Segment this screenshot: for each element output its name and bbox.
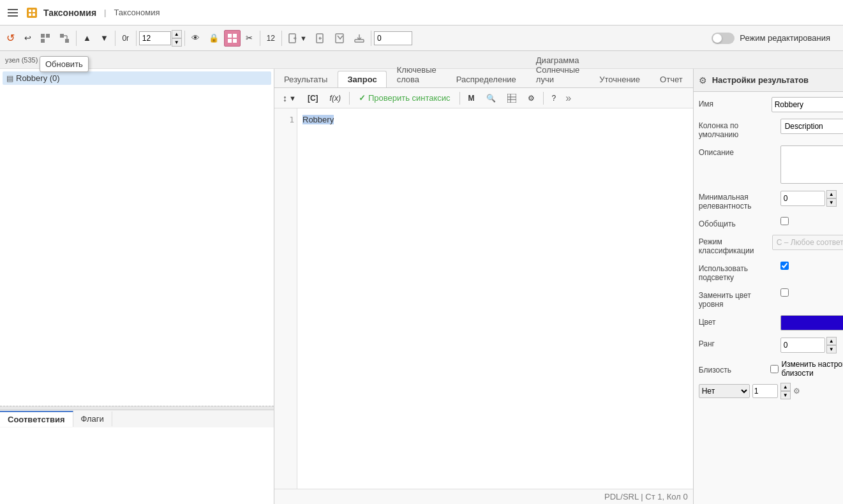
form-row-classification: Режим классификации С – Любое соответств… (699, 235, 843, 255)
status-bar: PDL/SRL | Ст 1, Кол 0 (274, 489, 693, 504)
tab-flags[interactable]: Флаги (73, 411, 112, 426)
default-column-select[interactable]: Description (780, 119, 843, 134)
classification-label: Режим классификации (699, 235, 767, 255)
min-relevance-input[interactable] (780, 191, 825, 206)
sep2 (115, 31, 116, 46)
query-toolbar: ↕ ▼ [C] f(x) ✓ Проверить синтаксис M 🔍 ⚙… (274, 88, 693, 108)
grid-button[interactable] (224, 30, 241, 47)
name-label: Имя (699, 97, 766, 108)
rank-input[interactable] (780, 337, 825, 353)
zero-button[interactable]: 0r (118, 30, 133, 47)
export1-button[interactable]: ▼ (285, 30, 311, 47)
closeness-settings-icon[interactable]: ⚙ (793, 387, 800, 396)
tab-report[interactable]: Отчет (650, 71, 692, 87)
scissors-button[interactable]: ✂ (242, 30, 257, 47)
copy-node-button[interactable] (56, 30, 73, 47)
rank-label: Ранг (699, 337, 775, 348)
eye-button[interactable]: 👁 (188, 30, 204, 47)
sep4 (184, 31, 185, 46)
rank-spin-up[interactable]: ▲ (826, 337, 837, 345)
tab-keywords[interactable]: Ключевые слова (387, 61, 446, 87)
check-syntax-btn[interactable]: ✓ Проверить синтаксис (354, 92, 456, 104)
replace-color-checkbox-wrap (780, 288, 789, 297)
tab-correspondences[interactable]: Соответствия (0, 411, 73, 427)
toggle-knob (713, 34, 722, 43)
hamburger-menu[interactable] (5, 4, 20, 21)
form-row-replace-color: Заменить цвет уровня (699, 288, 843, 309)
down-button[interactable]: ▼ (96, 30, 112, 47)
tab-query[interactable]: Запрос (338, 71, 386, 87)
download-button[interactable] (350, 30, 368, 47)
form-row-default-column: Колонка по умолчанию Description ⚙ (699, 119, 843, 139)
question-btn[interactable]: ? (548, 92, 561, 105)
right-panel: ⚙ Настройки результатов » ✕ Имя Колонка … (694, 69, 843, 504)
import-button[interactable] (312, 30, 330, 47)
code-editor[interactable]: Robbery (297, 108, 693, 489)
svg-rect-27 (507, 94, 516, 103)
sep5 (260, 31, 260, 46)
highlight-checkbox[interactable] (780, 262, 789, 270)
form-row-rank: Ранг ▲ ▼ (699, 337, 843, 353)
name-input[interactable] (772, 97, 843, 112)
spin-down[interactable]: ▼ (826, 198, 837, 207)
color-swatch[interactable] (780, 315, 843, 330)
default-column-select-wrap: Description ⚙ (780, 119, 843, 134)
tab-refinement[interactable]: Уточнение (590, 71, 650, 87)
number-input[interactable] (139, 31, 171, 45)
up-button[interactable]: ▲ (79, 30, 95, 47)
spin-up[interactable]: ▲ (826, 190, 837, 198)
add-query-btn[interactable]: ↕ ▼ (278, 91, 301, 105)
tab-bar: Результаты Запрос Ключевые слова Распред… (274, 69, 693, 88)
description-textarea[interactable] (780, 145, 843, 184)
bottom-content (0, 427, 274, 504)
closeness-select[interactable]: Нет (699, 384, 750, 398)
replace-color-checkbox[interactable] (780, 288, 789, 297)
generalize-label: Обобщить (699, 217, 775, 228)
status-text: PDL/SRL | Ст 1, Кол 0 (604, 492, 688, 501)
left-panel: ▤ Robbery (0) Соответствия Флаги (0, 69, 274, 504)
table-btn[interactable] (503, 92, 521, 105)
svg-rect-2 (33, 10, 35, 12)
settings-btn2[interactable]: ⚙ (523, 92, 539, 105)
num-up[interactable]: ▲ (172, 30, 182, 38)
undo-button[interactable]: ↩ (20, 30, 35, 47)
bracket-btn[interactable]: [C] (303, 92, 323, 105)
tree-item-robbery[interactable]: ▤ Robbery (0) (3, 71, 271, 85)
search-btn[interactable]: 🔍 (482, 92, 500, 105)
tree-area: ▤ Robbery (0) (0, 69, 274, 406)
bottom-tabs: Соответствия Флаги (0, 410, 274, 427)
closeness-checkbox[interactable] (770, 365, 779, 373)
closeness-spin-down[interactable]: ▼ (780, 391, 791, 399)
form-row-description: Описание (699, 145, 843, 184)
export2-button[interactable] (331, 30, 349, 47)
spin-arrows: ▲ ▼ (826, 190, 837, 207)
rank-spin-down[interactable]: ▼ (826, 345, 837, 353)
tab-results[interactable]: Результаты (274, 71, 337, 87)
lock-button[interactable]: 🔒 (205, 30, 223, 47)
tab-distribution[interactable]: Распределение (447, 71, 526, 87)
min-relevance-spinner: ▲ ▼ (780, 190, 837, 207)
tooltip-refresh: Обновить (40, 56, 89, 72)
tree-node-icon: ▤ (6, 74, 13, 83)
edit-mode-toggle[interactable] (712, 33, 735, 44)
form-row-closeness: Близость Изменить настройки близости Нет… (699, 360, 843, 399)
counter-button[interactable]: 12 (263, 30, 279, 47)
replace-color-label: Заменить цвет уровня (699, 288, 775, 309)
m-btn[interactable]: M (464, 92, 479, 105)
generalize-checkbox[interactable] (780, 217, 789, 225)
highlight-checkbox-wrap (780, 262, 789, 270)
more-expand-icon[interactable]: » (563, 93, 574, 104)
count-input[interactable] (374, 31, 412, 45)
settings-form: Имя Колонка по умолчанию Description ⚙ О… (694, 92, 843, 504)
app-title: Таксономия (43, 8, 96, 18)
tab-sunburst[interactable]: Диаграмма Солнечные лучи (526, 52, 589, 87)
refresh-button[interactable]: ↺ (3, 30, 19, 47)
closeness-num-input[interactable] (752, 384, 778, 398)
function-btn[interactable]: f(x) (325, 92, 345, 105)
node-button[interactable] (36, 30, 54, 47)
qsep1 (349, 92, 350, 105)
num-down[interactable]: ▼ (172, 38, 182, 47)
closeness-spin-up[interactable]: ▲ (780, 383, 791, 391)
svg-rect-9 (65, 39, 69, 43)
svg-rect-0 (27, 8, 37, 18)
